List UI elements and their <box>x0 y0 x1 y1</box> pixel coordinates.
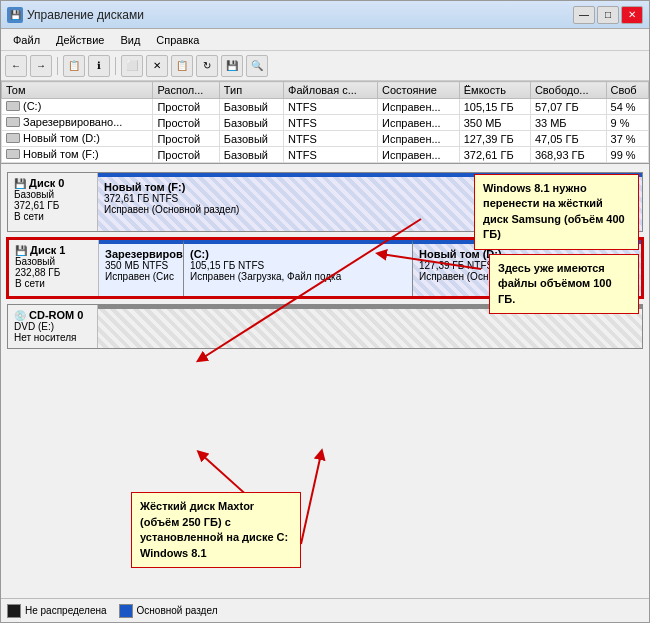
maximize-button[interactable]: □ <box>597 6 619 24</box>
row-3-status: Исправен... <box>378 147 460 163</box>
disk-0-status: В сети <box>14 211 91 222</box>
row-0-vol: (C:) <box>2 99 153 115</box>
row-3-cap: 372,61 ГБ <box>459 147 530 163</box>
copy-button[interactable]: 📋 <box>171 55 193 77</box>
row-1-status: Исправен... <box>378 115 460 131</box>
save-button[interactable]: 💾 <box>221 55 243 77</box>
disk-1-type: Базовый <box>15 256 92 267</box>
primary-label: Основной раздел <box>137 605 218 616</box>
row-2-layout: Простой <box>153 131 219 147</box>
row-2-fs: NTFS <box>284 131 378 147</box>
cdrom-type: DVD (E:) <box>14 321 91 332</box>
row-1-layout: Простой <box>153 115 219 131</box>
col-layout: Распол... <box>153 82 219 99</box>
row-0-status: Исправен... <box>378 99 460 115</box>
primary-color-swatch <box>119 604 133 618</box>
disk-0-name: 💾 Диск 0 <box>14 177 91 189</box>
callout-maxtor: Жёсткий диск Maxtor (объём 250 ГБ) с уст… <box>131 492 301 568</box>
menu-help[interactable]: Справка <box>148 32 207 48</box>
unallocated-color-swatch <box>7 604 21 618</box>
row-3-type: Базовый <box>219 147 283 163</box>
disk-0-size: 372,61 ГБ <box>14 200 91 211</box>
disk-0-label: 💾 Диск 0 Базовый 372,61 ГБ В сети <box>8 173 98 231</box>
row-3-fs: NTFS <box>284 147 378 163</box>
partition-status: Исправен (Загрузка, Файл подка <box>190 271 406 282</box>
toolbar: ← → 📋 ℹ ⬜ ✕ 📋 ↻ 💾 🔍 <box>1 51 649 81</box>
col-fs: Файловая с... <box>284 82 378 99</box>
row-0-fs: NTFS <box>284 99 378 115</box>
menu-view[interactable]: Вид <box>112 32 148 48</box>
info-button[interactable]: ℹ <box>88 55 110 77</box>
row-2-cap: 127,39 ГБ <box>459 131 530 147</box>
close-button[interactable]: ✕ <box>621 6 643 24</box>
col-capacity: Ёмкость <box>459 82 530 99</box>
row-2-type: Базовый <box>219 131 283 147</box>
refresh-button[interactable]: ↻ <box>196 55 218 77</box>
toolbar-separator-1 <box>57 57 58 75</box>
status-bar: Не распределена Основной раздел <box>1 598 649 622</box>
main-content: Том Распол... Тип Файловая с... Состояни… <box>1 81 649 622</box>
table-row[interactable]: Зарезервировано... Простой Базовый NTFS … <box>2 115 649 131</box>
new-button[interactable]: ⬜ <box>121 55 143 77</box>
toolbar-separator-2 <box>115 57 116 75</box>
partition-size: 105,15 ГБ NTFS <box>190 260 406 271</box>
cdrom-label: 💿 CD-ROM 0 DVD (E:) Нет носителя <box>8 305 98 348</box>
row-0-layout: Простой <box>153 99 219 115</box>
col-pct: Своб <box>606 82 648 99</box>
disk-1-size: 232,88 ГБ <box>15 267 92 278</box>
menu-action[interactable]: Действие <box>48 32 112 48</box>
title-controls: — □ ✕ <box>573 6 643 24</box>
disk-1-partition-0[interactable]: Зарезервирован 350 МБ NTFS Исправен (Сис <box>99 240 184 296</box>
row-2-status: Исправен... <box>378 131 460 147</box>
partition-status: Исправен (Сис <box>105 271 177 282</box>
partition-name: (C:) <box>190 248 406 260</box>
row-2-vol: Новый том (D:) <box>2 131 153 147</box>
forward-button[interactable]: → <box>30 55 52 77</box>
delete-button[interactable]: ✕ <box>146 55 168 77</box>
callout-100gb: Здесь уже имеются файлы объёмом 100 ГБ. <box>489 254 639 314</box>
cdrom-name: 💿 CD-ROM 0 <box>14 309 91 321</box>
table-row[interactable]: Новый том (F:) Простой Базовый NTFS Испр… <box>2 147 649 163</box>
col-type: Тип <box>219 82 283 99</box>
table-row[interactable]: Новый том (D:) Простой Базовый NTFS Испр… <box>2 131 649 147</box>
disk-0-type: Базовый <box>14 189 91 200</box>
legend-primary: Основной раздел <box>119 604 218 618</box>
row-3-vol: Новый том (F:) <box>2 147 153 163</box>
partition-name: Зарезервирован <box>105 248 177 260</box>
row-2-pct: 37 % <box>606 131 648 147</box>
window-icon: 💾 <box>7 7 23 23</box>
disk-icon <box>6 117 20 127</box>
table-row[interactable]: (C:) Простой Базовый NTFS Исправен... 10… <box>2 99 649 115</box>
row-2-free: 47,05 ГБ <box>530 131 606 147</box>
row-0-free: 57,07 ГБ <box>530 99 606 115</box>
legend-unallocated: Не распределена <box>7 604 107 618</box>
properties-button[interactable]: 📋 <box>63 55 85 77</box>
search-button[interactable]: 🔍 <box>246 55 268 77</box>
row-1-free: 33 МБ <box>530 115 606 131</box>
row-1-cap: 350 МБ <box>459 115 530 131</box>
partition-size: 350 МБ NTFS <box>105 260 177 271</box>
main-window: 💾 Управление дисками — □ ✕ Файл Действие… <box>0 0 650 623</box>
back-button[interactable]: ← <box>5 55 27 77</box>
menu-file[interactable]: Файл <box>5 32 48 48</box>
menu-bar: Файл Действие Вид Справка <box>1 29 649 51</box>
window-title: Управление дисками <box>27 8 144 22</box>
disk-graphical-area: Windows 8.1 нужно перенести на жёсткий д… <box>1 164 649 598</box>
row-3-pct: 99 % <box>606 147 648 163</box>
volumes-table: Том Распол... Тип Файловая с... Состояни… <box>1 81 649 163</box>
disk-1-label: 💾 Диск 1 Базовый 232,88 ГБ В сети <box>9 240 99 296</box>
callout-samsung: Windows 8.1 нужно перенести на жёсткий д… <box>474 174 639 250</box>
minimize-button[interactable]: — <box>573 6 595 24</box>
title-bar: 💾 Управление дисками — □ ✕ <box>1 1 649 29</box>
cdrom-status: Нет носителя <box>14 332 91 343</box>
row-1-type: Базовый <box>219 115 283 131</box>
row-1-vol: Зарезервировано... <box>2 115 153 131</box>
row-3-free: 368,93 ГБ <box>530 147 606 163</box>
row-1-pct: 9 % <box>606 115 648 131</box>
disk-1-partition-1[interactable]: (C:) 105,15 ГБ NTFS Исправен (Загрузка, … <box>184 240 413 296</box>
disk-icon <box>6 149 20 159</box>
unallocated-label: Не распределена <box>25 605 107 616</box>
row-1-fs: NTFS <box>284 115 378 131</box>
disk-icon <box>6 101 20 111</box>
title-bar-left: 💾 Управление дисками <box>7 7 144 23</box>
